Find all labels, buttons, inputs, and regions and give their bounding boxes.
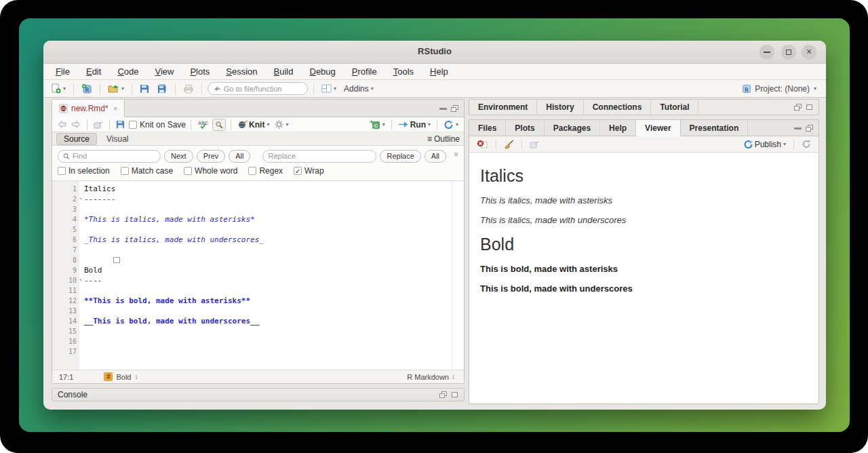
code-line[interactable]: [79, 347, 464, 357]
knit-on-save-checkbox[interactable]: Knit on Save: [129, 120, 186, 130]
code-line[interactable]: [79, 255, 464, 265]
viewer-popout-button[interactable]: [528, 139, 541, 150]
clear-all-viewer-button[interactable]: [502, 138, 516, 151]
checkbox-box[interactable]: [184, 167, 192, 175]
save-button[interactable]: [138, 83, 151, 95]
workspace-panes-button[interactable]: ▾: [319, 83, 338, 94]
checkbox-regex[interactable]: Regex: [248, 166, 283, 176]
checkbox-box[interactable]: [58, 167, 66, 175]
new-file-dropdown[interactable]: ▾: [63, 85, 66, 92]
tab-new-rmd[interactable]: new.Rmd* ×: [52, 100, 125, 117]
code-line[interactable]: Italics: [79, 184, 464, 194]
forward-button[interactable]: [71, 120, 82, 129]
find-close-icon[interactable]: ×: [454, 150, 458, 159]
knit-on-save-box[interactable]: [129, 121, 137, 129]
file-type-menu[interactable]: R Markdown ↕: [405, 372, 457, 382]
code-line[interactable]: [79, 204, 464, 214]
find-replace-button[interactable]: [212, 119, 226, 131]
code-line[interactable]: **This is bold, made with asterisks**: [79, 296, 464, 306]
new-file-button[interactable]: ▾: [49, 82, 68, 95]
panes-dropdown[interactable]: ▾: [334, 85, 336, 92]
source-pane-maximize-icon[interactable]: [451, 105, 458, 112]
code-line[interactable]: Bold: [79, 265, 464, 275]
tab-tutorial[interactable]: Tutorial: [651, 100, 698, 115]
print-button[interactable]: [181, 83, 196, 95]
outline-button[interactable]: ≡ Outline: [427, 134, 460, 144]
replace-all-button[interactable]: All: [425, 150, 446, 163]
menu-debug[interactable]: Debug: [310, 66, 336, 77]
close-button[interactable]: ×: [802, 45, 816, 60]
menu-plots[interactable]: Plots: [190, 66, 210, 77]
code-line[interactable]: [79, 336, 464, 347]
find-input[interactable]: [73, 152, 155, 160]
checkbox-wrap[interactable]: ✓Wrap: [294, 166, 323, 176]
code-line[interactable]: [79, 245, 464, 255]
checkbox-whole-word[interactable]: Whole word: [184, 166, 237, 176]
viewer-pane-maximize-icon[interactable]: [806, 125, 813, 132]
checkbox-in-selection[interactable]: In selection: [58, 166, 110, 176]
insert-chunk-dropdown[interactable]: ▾: [382, 121, 385, 127]
menu-help[interactable]: Help: [430, 66, 448, 77]
run-button[interactable]: Run ▾: [397, 119, 432, 130]
new-project-button[interactable]: R: [79, 82, 94, 95]
code-line[interactable]: -------: [79, 194, 464, 204]
checkbox-match-case[interactable]: Match case: [121, 166, 173, 176]
tab-viewer[interactable]: Viewer: [636, 120, 680, 136]
gear-dropdown[interactable]: ▾: [285, 121, 288, 127]
code-line[interactable]: ----: [79, 275, 464, 285]
checkbox-box[interactable]: [121, 167, 129, 175]
checkbox-box[interactable]: [248, 167, 256, 175]
menu-code[interactable]: Code: [117, 66, 138, 77]
find-field[interactable]: [58, 150, 161, 163]
menu-build[interactable]: Build: [274, 66, 294, 77]
tab-close-icon[interactable]: ×: [113, 104, 117, 113]
clear-viewer-button[interactable]: [475, 138, 490, 151]
publish-dropdown[interactable]: ▾: [456, 121, 458, 127]
code-line[interactable]: _This is italics, made with underscores_: [79, 235, 464, 245]
knit-settings-button[interactable]: ▾: [273, 119, 290, 130]
code-line[interactable]: __This is bold, made with underscores__: [79, 316, 464, 326]
menu-session[interactable]: Session: [226, 66, 257, 77]
viewer-pane-minimize-icon[interactable]: [794, 127, 802, 130]
source-pane-minimize-icon[interactable]: [439, 107, 447, 110]
viewer-publish-dropdown[interactable]: ▾: [783, 141, 786, 147]
goto-file-input[interactable]: [224, 85, 298, 93]
run-dropdown[interactable]: ▾: [428, 121, 431, 127]
tab-history[interactable]: History: [537, 100, 583, 115]
back-button[interactable]: [56, 120, 68, 129]
code-editor[interactable]: 12▾345678910▾11121314151617 Italics-----…: [52, 181, 464, 370]
save-all-button[interactable]: [155, 82, 170, 95]
tab-packages[interactable]: Packages: [545, 120, 600, 136]
code-line[interactable]: [79, 326, 464, 336]
tab-help[interactable]: Help: [600, 120, 636, 136]
popout-editor-button[interactable]: [92, 120, 104, 130]
replace-input[interactable]: [268, 152, 371, 160]
viewer-publish-button[interactable]: Publish ▾: [741, 138, 788, 151]
tab-connections[interactable]: Connections: [584, 100, 652, 115]
tab-environment[interactable]: Environment: [469, 100, 537, 115]
environment-restore-icon[interactable]: [794, 104, 802, 111]
menu-edit[interactable]: Edit: [86, 66, 101, 77]
insert-chunk-button[interactable]: C+ ▾: [368, 119, 387, 130]
code-line[interactable]: [79, 285, 464, 296]
visual-mode-button[interactable]: Visual: [100, 134, 135, 144]
open-file-button[interactable]: ▾: [106, 83, 126, 95]
checkbox-box[interactable]: ✓: [294, 167, 302, 175]
knit-button[interactable]: Knit ▾: [236, 119, 271, 130]
menu-view[interactable]: View: [155, 66, 174, 77]
save-document-button[interactable]: [115, 119, 126, 130]
code-line[interactable]: [79, 224, 464, 235]
menu-tools[interactable]: Tools: [393, 66, 414, 77]
source-mode-button[interactable]: Source: [56, 133, 97, 145]
environment-maximize-icon[interactable]: [806, 104, 813, 111]
spellcheck-button[interactable]: ABC: [196, 119, 210, 130]
editor-code-area[interactable]: Italics-------*This is italics, made wit…: [79, 181, 464, 370]
find-all-button[interactable]: All: [229, 150, 250, 163]
menu-profile[interactable]: Profile: [352, 66, 377, 77]
section-jump-menu[interactable]: # Bold ↕: [102, 371, 140, 382]
knit-dropdown[interactable]: ▾: [267, 121, 269, 127]
publish-document-button[interactable]: ▾: [442, 119, 460, 130]
menu-file[interactable]: File: [56, 66, 70, 77]
code-line[interactable]: *This is italics, made with asterisks*: [79, 214, 464, 224]
replace-field[interactable]: [262, 150, 376, 163]
